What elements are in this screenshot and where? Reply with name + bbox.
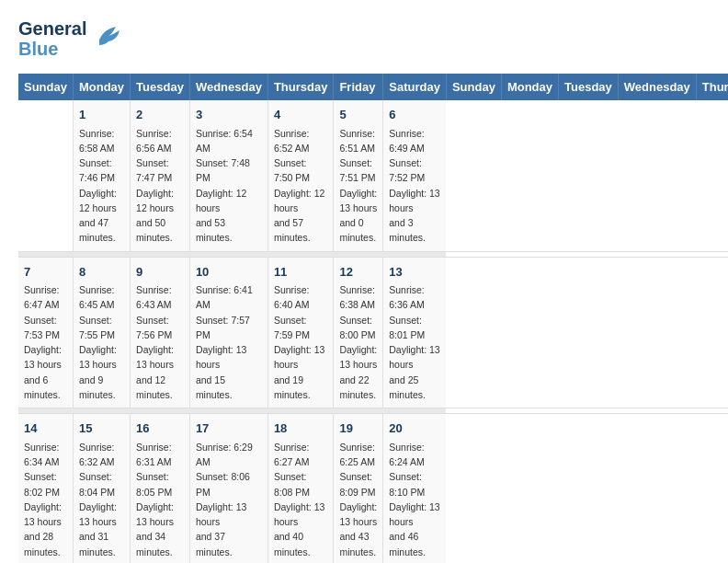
calendar-week-row: 14Sunrise: 6:34 AMSunset: 8:02 PMDayligh… (18, 414, 728, 563)
calendar-cell: 13Sunrise: 6:36 AMSunset: 8:01 PMDayligh… (383, 257, 447, 408)
day-info: Sunrise: 6:45 AMSunset: 7:55 PMDaylight:… (79, 282, 124, 402)
day-info: Sunrise: 6:27 AMSunset: 8:08 PMDaylight:… (274, 440, 328, 559)
calendar-header-monday: Monday (501, 74, 558, 100)
logo: General Blue (18, 18, 125, 59)
calendar-header-saturday: Saturday (383, 74, 447, 100)
day-info: Sunrise: 6:41 AMSunset: 7:57 PMDaylight:… (196, 282, 262, 402)
day-info: Sunrise: 6:43 AMSunset: 7:56 PMDaylight:… (136, 282, 184, 402)
logo-text: General (18, 18, 86, 39)
day-number: 3 (196, 106, 262, 124)
calendar-cell: 2Sunrise: 6:56 AMSunset: 7:47 PMDaylight… (131, 100, 190, 251)
calendar-week-row: 7Sunrise: 6:47 AMSunset: 7:53 PMDaylight… (18, 257, 728, 408)
day-info: Sunrise: 6:34 AMSunset: 8:02 PMDaylight:… (24, 440, 67, 559)
calendar-cell: 14Sunrise: 6:34 AMSunset: 8:02 PMDayligh… (18, 414, 73, 563)
logo-bird-icon (92, 19, 125, 59)
logo-blue: Blue (18, 39, 86, 59)
day-number: 6 (389, 106, 440, 124)
calendar-cell: 9Sunrise: 6:43 AMSunset: 7:56 PMDaylight… (131, 257, 190, 408)
calendar-header-wednesday: Wednesday (189, 74, 267, 100)
calendar-cell: 6Sunrise: 6:49 AMSunset: 7:52 PMDaylight… (383, 100, 447, 251)
day-number: 10 (196, 263, 262, 282)
calendar-table: SundayMondayTuesdayWednesdayThursdayFrid… (18, 74, 728, 563)
day-number: 7 (24, 263, 67, 282)
day-number: 2 (136, 106, 184, 124)
day-number: 15 (79, 419, 124, 438)
day-info: Sunrise: 6:36 AMSunset: 8:01 PMDaylight:… (389, 282, 440, 402)
calendar-cell: 18Sunrise: 6:27 AMSunset: 8:08 PMDayligh… (267, 414, 334, 563)
calendar-cell: 1Sunrise: 6:58 AMSunset: 7:46 PMDaylight… (73, 100, 130, 251)
day-info: Sunrise: 6:58 AMSunset: 7:46 PMDaylight:… (79, 126, 124, 246)
day-info: Sunrise: 6:29 AMSunset: 8:06 PMDaylight:… (196, 440, 262, 559)
day-number: 8 (79, 263, 124, 282)
day-info: Sunrise: 6:40 AMSunset: 7:59 PMDaylight:… (274, 282, 328, 402)
day-number: 16 (136, 419, 184, 438)
calendar-cell: 12Sunrise: 6:38 AMSunset: 8:00 PMDayligh… (334, 257, 383, 408)
day-info: Sunrise: 6:24 AMSunset: 8:10 PMDaylight:… (389, 440, 440, 559)
day-info: Sunrise: 6:49 AMSunset: 7:52 PMDaylight:… (389, 126, 440, 246)
calendar-header-sunday: Sunday (446, 74, 501, 100)
day-number: 17 (196, 419, 262, 438)
calendar-header-tuesday: Tuesday (559, 74, 619, 100)
calendar-cell: 8Sunrise: 6:45 AMSunset: 7:55 PMDaylight… (73, 257, 130, 408)
day-number: 9 (136, 263, 184, 282)
calendar-cell: 15Sunrise: 6:32 AMSunset: 8:04 PMDayligh… (73, 414, 130, 563)
day-info: Sunrise: 6:31 AMSunset: 8:05 PMDaylight:… (136, 440, 184, 559)
calendar-cell: 20Sunrise: 6:24 AMSunset: 8:10 PMDayligh… (383, 414, 447, 563)
day-number: 20 (389, 419, 440, 438)
calendar-cell: 7Sunrise: 6:47 AMSunset: 7:53 PMDaylight… (18, 257, 73, 408)
day-number: 18 (274, 419, 328, 438)
calendar-header-tuesday: Tuesday (131, 74, 190, 100)
day-number: 4 (274, 106, 328, 124)
day-info: Sunrise: 6:56 AMSunset: 7:47 PMDaylight:… (136, 126, 184, 246)
day-info: Sunrise: 6:25 AMSunset: 8:09 PMDaylight:… (339, 440, 377, 559)
calendar-cell: 3Sunrise: 6:54 AMSunset: 7:48 PMDaylight… (189, 100, 267, 251)
day-number: 5 (339, 106, 377, 124)
calendar-cell: 16Sunrise: 6:31 AMSunset: 8:05 PMDayligh… (131, 414, 190, 563)
day-info: Sunrise: 6:47 AMSunset: 7:53 PMDaylight:… (24, 282, 67, 402)
day-number: 11 (274, 263, 328, 282)
day-info: Sunrise: 6:52 AMSunset: 7:50 PMDaylight:… (274, 126, 328, 246)
calendar-cell (18, 100, 73, 251)
day-info: Sunrise: 6:51 AMSunset: 7:51 PMDaylight:… (339, 126, 377, 246)
calendar-cell: 10Sunrise: 6:41 AMSunset: 7:57 PMDayligh… (189, 257, 267, 408)
calendar-week-row: 1Sunrise: 6:58 AMSunset: 7:46 PMDaylight… (18, 100, 728, 251)
calendar-cell: 5Sunrise: 6:51 AMSunset: 7:51 PMDaylight… (334, 100, 383, 251)
day-number: 13 (389, 263, 440, 282)
calendar-header-wednesday: Wednesday (618, 74, 696, 100)
day-number: 19 (339, 419, 377, 438)
calendar-header-friday: Friday (334, 74, 383, 100)
day-number: 12 (339, 263, 377, 282)
calendar-header-monday: Monday (73, 74, 130, 100)
header: General Blue (18, 18, 710, 59)
day-number: 1 (79, 106, 124, 124)
calendar-cell: 4Sunrise: 6:52 AMSunset: 7:50 PMDaylight… (267, 100, 334, 251)
calendar-header-thursday: Thursday (267, 74, 334, 100)
calendar-header-sunday: Sunday (18, 74, 73, 100)
day-number: 14 (24, 419, 67, 438)
day-info: Sunrise: 6:54 AMSunset: 7:48 PMDaylight:… (196, 126, 262, 246)
calendar-cell: 17Sunrise: 6:29 AMSunset: 8:06 PMDayligh… (189, 414, 267, 563)
calendar-cell: 11Sunrise: 6:40 AMSunset: 7:59 PMDayligh… (267, 257, 334, 408)
day-info: Sunrise: 6:38 AMSunset: 8:00 PMDaylight:… (339, 282, 377, 402)
calendar-cell: 19Sunrise: 6:25 AMSunset: 8:09 PMDayligh… (334, 414, 383, 563)
calendar-header-thursday: Thursday (696, 74, 728, 100)
calendar-header-row: SundayMondayTuesdayWednesdayThursdayFrid… (18, 74, 728, 100)
day-info: Sunrise: 6:32 AMSunset: 8:04 PMDaylight:… (79, 440, 124, 559)
